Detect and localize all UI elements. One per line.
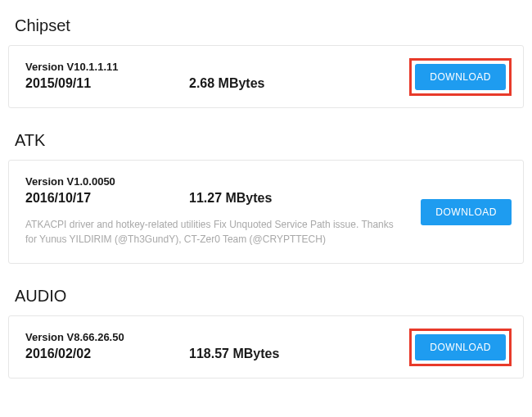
driver-card: Version V8.66.26.50 2016/02/02 118.57 MB…: [8, 315, 524, 378]
date-value: 2016/02/02: [25, 347, 189, 361]
section-title: ATK: [8, 131, 524, 150]
download-highlight: DOWNLOAD: [409, 58, 512, 96]
download-wrap: DOWNLOAD: [421, 199, 512, 225]
version-label: Version V1.0.0050: [25, 175, 507, 188]
size-value: 118.57 MBytes: [189, 347, 279, 361]
description-text: ATKACPI driver and hotkey-related utilit…: [25, 217, 402, 247]
size-value: 11.27 MBytes: [189, 191, 272, 206]
download-button[interactable]: DOWNLOAD: [415, 64, 506, 90]
section-title: Chipset: [8, 16, 524, 35]
date-value: 2016/10/17: [25, 191, 189, 206]
driver-card: Version V10.1.1.11 2015/09/11 2.68 MByte…: [8, 45, 524, 108]
download-button[interactable]: DOWNLOAD: [421, 199, 512, 225]
section-audio: AUDIO Version V8.66.26.50 2016/02/02 118…: [8, 287, 524, 378]
section-chipset: Chipset Version V10.1.1.11 2015/09/11 2.…: [8, 16, 524, 108]
driver-card: Version V1.0.0050 2016/10/17 11.27 MByte…: [8, 160, 524, 264]
section-title: AUDIO: [8, 287, 524, 306]
download-button[interactable]: DOWNLOAD: [415, 334, 506, 360]
date-value: 2015/09/11: [25, 76, 189, 91]
section-atk: ATK Version V1.0.0050 2016/10/17 11.27 M…: [8, 131, 524, 264]
size-value: 2.68 MBytes: [189, 76, 265, 91]
download-highlight: DOWNLOAD: [409, 329, 512, 366]
